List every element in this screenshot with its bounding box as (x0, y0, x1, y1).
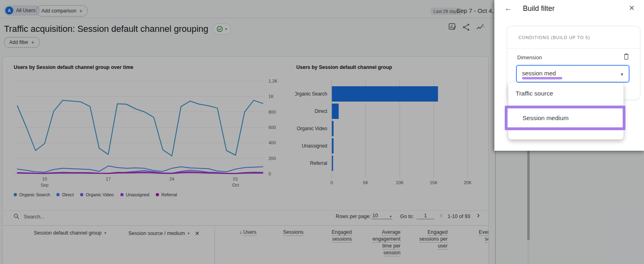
close-icon[interactable]: ✕ (629, 4, 635, 12)
app-window: A All Users Add comparison + Last 28 day… (0, 0, 644, 264)
dimension-label: Dimension (517, 54, 542, 60)
option-traffic-source[interactable]: Traffic source (516, 90, 553, 97)
tutorial-highlight-box: Session medium (505, 106, 625, 130)
chevron-down-icon: ▾ (621, 72, 623, 77)
divider (507, 48, 640, 49)
option-session-medium[interactable]: Session medium (522, 114, 569, 122)
build-filter-panel: ← Build filter ✕ CONDITIONS (BUILD UP TO… (494, 0, 644, 151)
back-arrow-icon[interactable]: ← (504, 3, 512, 13)
trash-icon[interactable] (623, 53, 630, 60)
panel-title: Build filter (523, 4, 555, 13)
dimension-options-dropdown: Traffic source Session medium (508, 83, 623, 139)
dimension-input-value: session med (522, 70, 556, 77)
tutorial-highlight-underline (522, 77, 562, 79)
conditions-heading: CONDITIONS (BUILD UP TO 5) (518, 35, 590, 40)
dimension-search-input[interactable]: session med ▾ (516, 65, 630, 83)
